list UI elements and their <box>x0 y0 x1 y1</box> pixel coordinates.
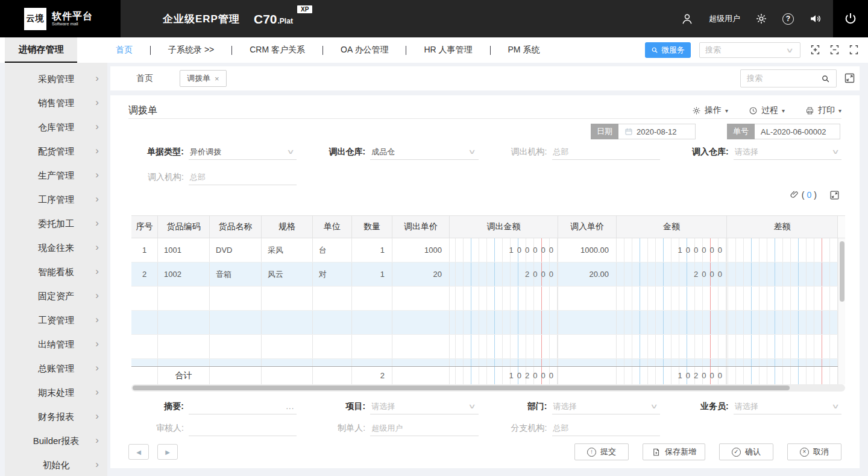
table-row[interactable]: 1 1001 DVD 采风 台 1 1000 100000 1000.00 10… <box>131 238 838 262</box>
print-menu-button[interactable]: 打印 ▾ <box>805 105 841 116</box>
collapse-minus-icon[interactable] <box>829 44 840 56</box>
in-warehouse-select[interactable]: 请选择 ∨ <box>734 144 841 160</box>
help-icon[interactable]: ? <box>782 13 794 25</box>
tab-search-input[interactable]: 搜索 <box>740 69 837 87</box>
in-warehouse-label: 调入仓库: <box>673 147 729 160</box>
sidebar-item-payroll[interactable]: 工资管理› <box>5 308 107 332</box>
chevron-right-icon: › <box>95 193 99 205</box>
logout-power-button[interactable] <box>833 0 868 37</box>
date-input[interactable]: 2020-08-12 <box>618 124 696 139</box>
salesman-label: 业务员: <box>673 401 729 414</box>
more-button[interactable]: ... <box>286 402 294 411</box>
sidebar-item-label: 财务报表 <box>38 411 74 423</box>
table-row[interactable]: 2 1002 音箱 风云 对 1 20 2000 20.00 2000 <box>131 262 838 287</box>
cell-spec: 采风 <box>262 238 313 262</box>
attachment-paren-close: ) <box>814 190 817 200</box>
doc-type-label: 单据类型: <box>128 147 184 160</box>
field-branch: 分支机构: 总部 <box>492 420 660 436</box>
chevron-right-icon: › <box>95 459 99 471</box>
table-empty-row[interactable] <box>131 335 838 359</box>
confirm-label: 确认 <box>745 446 761 457</box>
department-select[interactable]: 请选择 ∨ <box>552 399 660 414</box>
username[interactable]: 超级用户 <box>709 13 740 24</box>
cell-out-amount: 100000 <box>450 238 558 262</box>
vertical-scrollbar-thumb[interactable] <box>840 241 844 302</box>
prev-record-button[interactable]: ◀ <box>128 444 149 460</box>
sidebar-item-cashier[interactable]: 出纳管理› <box>5 332 107 357</box>
chevron-right-icon: › <box>95 265 99 278</box>
sidebar-item-outsourcing[interactable]: 委托加工› <box>5 212 107 236</box>
nav-item-crm[interactable]: CRM 客户关系 <box>214 45 305 56</box>
cell-seq: 1 <box>131 238 158 262</box>
user-icon[interactable] <box>681 12 694 25</box>
sidebar-item-warehouse[interactable]: 仓库管理› <box>5 115 107 139</box>
logo-mark: 云境 <box>24 8 46 30</box>
sidebar-item-label: 仓库管理 <box>38 122 74 133</box>
microservice-button[interactable]: 微服务 <box>645 42 691 58</box>
sidebar-item-production[interactable]: 生产管理› <box>5 163 107 188</box>
nav-item-oa[interactable]: OA 办公管理 <box>305 45 388 56</box>
summary-input[interactable]: ... <box>189 399 297 414</box>
sidebar-item-general-ledger[interactable]: 总账管理› <box>5 357 107 381</box>
tab-transfer-order[interactable]: 调拨单 × <box>180 70 227 87</box>
next-record-button[interactable]: ▶ <box>157 444 178 460</box>
nav-item-home[interactable]: 首页 <box>116 45 133 56</box>
gear-icon[interactable] <box>755 13 767 25</box>
date-label: 日期 <box>591 124 618 139</box>
cell-spec: 风云 <box>262 262 313 286</box>
sidebar-item-initialization[interactable]: 初始化› <box>5 453 107 476</box>
expand-icon[interactable] <box>843 72 856 84</box>
operate-menu-button[interactable]: 操作 ▾ <box>692 105 728 116</box>
sidebar-item-period-end[interactable]: 期末处理› <box>5 381 107 405</box>
submit-button[interactable]: ↑ 提交 <box>574 443 629 460</box>
save-new-label: 保存新增 <box>665 446 696 457</box>
horizontal-scrollbar-thumb[interactable] <box>133 386 790 390</box>
sidebar-item-builder-report[interactable]: Builder报表› <box>5 429 107 453</box>
cell-name: 音箱 <box>210 262 262 286</box>
table-expand-icon[interactable] <box>829 189 840 201</box>
expand-plus-icon[interactable] <box>810 44 821 56</box>
nav-search-select[interactable]: 搜索 ∨ <box>699 42 800 58</box>
close-icon[interactable]: × <box>215 74 219 83</box>
field-department: 部门: 请选择 ∨ <box>492 399 660 414</box>
sidebar-item-sales[interactable]: 销售管理› <box>5 91 107 115</box>
chevron-right-icon: › <box>95 97 99 109</box>
chevron-right-icon: › <box>95 410 99 422</box>
nav-item-hr[interactable]: HR 人事管理 <box>388 45 472 56</box>
cell-out-amount: 2000 <box>450 262 558 286</box>
sidebar-item-cash[interactable]: 现金往来› <box>5 236 107 260</box>
sidebar-item-purchase[interactable]: 采购管理› <box>5 67 107 91</box>
project-select[interactable]: 请选择 ∨ <box>370 399 478 414</box>
sidebar-item-fixed-assets[interactable]: 固定资产› <box>5 284 107 308</box>
table-empty-row[interactable] <box>131 287 838 311</box>
sidebar-item-distribution[interactable]: 配货管理› <box>5 139 107 163</box>
salesman-select[interactable]: 请选择 ∨ <box>734 399 841 414</box>
sidebar-item-process[interactable]: 工序管理› <box>5 188 107 212</box>
table-empty-row[interactable] <box>131 359 838 366</box>
nav-item-pm[interactable]: PM 系统 <box>473 45 540 56</box>
chevron-down-icon: ∨ <box>831 148 840 156</box>
cell-seq: 2 <box>131 262 158 286</box>
print-label: 打印 <box>818 105 835 116</box>
cancel-button[interactable]: × 取消 <box>787 443 841 460</box>
horizontal-scrollbar[interactable] <box>131 384 845 392</box>
save-new-button[interactable]: 保存新增 <box>643 443 705 460</box>
module-tab[interactable]: 进销存管理 <box>5 37 77 63</box>
doc-number-input[interactable]: AL-2020-06-00002 <box>755 124 840 139</box>
nav-item-subsystems[interactable]: 子系统录 >> <box>133 45 214 56</box>
confirm-button[interactable]: ✓ 确认 <box>719 443 773 460</box>
tab-home[interactable]: 首页 <box>136 66 153 90</box>
doc-type-select[interactable]: 异价调拨 ∨ <box>189 144 297 160</box>
fullscreen-icon[interactable] <box>848 44 860 56</box>
sidebar-item-finance-report[interactable]: 财务报表› <box>5 405 107 429</box>
vertical-scrollbar[interactable] <box>838 238 845 384</box>
sidebar-item-dashboard[interactable]: 智能看板› <box>5 260 107 284</box>
out-warehouse-select[interactable]: 成品仓 ∨ <box>370 144 478 160</box>
table-empty-row[interactable] <box>131 311 838 335</box>
col-header-out-price: 调出单价 <box>392 216 450 238</box>
attachment-button[interactable]: (0) <box>790 190 817 200</box>
process-menu-button[interactable]: 过程 ▾ <box>749 105 785 116</box>
speaker-icon[interactable] <box>809 12 822 25</box>
logo[interactable]: 云境 软件平台 Software mall <box>0 0 121 37</box>
field-salesman: 业务员: 请选择 ∨ <box>673 399 841 414</box>
